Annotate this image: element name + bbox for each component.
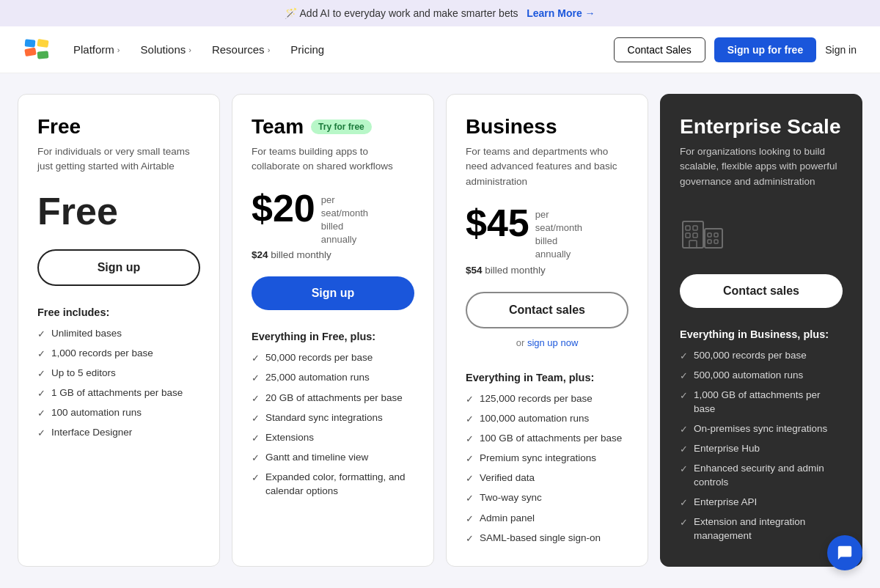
free-cta-button[interactable]: Sign up: [37, 249, 200, 286]
list-item: ✓Interface Designer: [37, 426, 200, 440]
business-features: Everything in Team, plus: ✓125,000 recor…: [466, 372, 628, 546]
list-item: ✓1,000 records per base: [37, 347, 200, 361]
svg-rect-6: [693, 226, 697, 230]
enterprise-cta-button[interactable]: Contact sales: [680, 274, 843, 308]
price-free: Free: [37, 189, 200, 233]
svg-rect-14: [714, 240, 718, 243]
banner-text: Add AI to everyday work and make smarter…: [300, 7, 518, 19]
banner-emoji: 🪄: [285, 7, 297, 19]
plan-desc-team: For teams building apps to collaborate o…: [252, 144, 414, 174]
price-monthly-business: $54 billed monthly: [466, 265, 628, 276]
top-banner: 🪄 Add AI to everyday work and make smart…: [0, 0, 880, 26]
enterprise-feature-list: ✓500,000 records per base ✓500,000 autom…: [680, 349, 843, 543]
list-item: ✓Enterprise Hub: [680, 442, 843, 456]
check-icon: ✓: [37, 427, 45, 440]
check-icon: ✓: [37, 407, 45, 420]
contact-sales-button[interactable]: Contact Sales: [614, 37, 705, 62]
check-icon: ✓: [466, 532, 474, 545]
list-item: ✓100 automation runs: [37, 406, 200, 420]
svg-rect-10: [705, 229, 722, 248]
list-item: ✓Up to 5 editors: [37, 367, 200, 381]
plan-desc-enterprise: For organizations looking to build scala…: [680, 144, 843, 189]
plan-name-enterprise: Enterprise Scale: [680, 115, 843, 139]
nav-platform[interactable]: Platform ›: [73, 43, 120, 56]
check-icon: ✓: [466, 452, 474, 466]
business-features-title: Everything in Team, plus:: [466, 372, 628, 383]
check-icon: ✓: [466, 492, 474, 505]
list-item: ✓Gantt and timeline view: [252, 451, 414, 465]
check-icon: ✓: [680, 496, 688, 510]
team-features-title: Everything in Free, plus:: [252, 331, 414, 342]
enterprise-building-icon: [680, 216, 843, 254]
plan-card-team: Team Try for free For teams building app…: [232, 94, 434, 567]
check-icon: ✓: [680, 463, 688, 476]
chat-button[interactable]: [827, 535, 862, 570]
list-item: ✓100,000 automation runs: [466, 412, 628, 426]
price-row-business: $45 perseat/monthbilledannually: [466, 204, 628, 262]
check-icon: ✓: [466, 512, 474, 526]
list-item: ✓Premium sync integrations: [466, 452, 628, 466]
svg-rect-3: [25, 39, 36, 47]
list-item: ✓20 GB of attachments per base: [252, 392, 414, 405]
price-label-business: perseat/monthbilledannually: [535, 204, 582, 262]
nav-actions: Contact Sales Sign up for free Sign in: [614, 37, 857, 62]
svg-rect-12: [714, 233, 718, 237]
signup-now-link[interactable]: sign up now: [527, 337, 578, 348]
list-item: ✓50,000 records per base: [252, 351, 414, 365]
check-icon: ✓: [37, 387, 45, 400]
check-icon: ✓: [252, 471, 260, 485]
check-icon: ✓: [252, 392, 260, 405]
signin-button[interactable]: Sign in: [825, 44, 857, 56]
nav-solutions[interactable]: Solutions ›: [141, 43, 191, 56]
check-icon: ✓: [37, 367, 45, 381]
check-icon: ✓: [680, 389, 688, 403]
check-icon: ✓: [680, 370, 688, 383]
price-team: $20: [252, 189, 315, 227]
list-item: ✓25,000 automation runs: [252, 371, 414, 385]
nav-pricing[interactable]: Pricing: [290, 43, 324, 56]
list-item: ✓1,000 GB of attachments per base: [680, 389, 843, 416]
price-label-team: perseat/monthbilledannually: [321, 189, 368, 247]
banner-link[interactable]: Learn More →: [527, 7, 595, 19]
plan-desc-business: For teams and departments who need advan…: [466, 144, 628, 189]
check-icon: ✓: [680, 516, 688, 529]
list-item: ✓Admin panel: [466, 512, 628, 526]
pricing-container: Free For individuals or very small teams…: [0, 73, 880, 587]
check-icon: ✓: [37, 348, 45, 361]
check-icon: ✓: [252, 452, 260, 465]
team-features: Everything in Free, plus: ✓50,000 record…: [252, 331, 414, 499]
list-item: ✓125,000 records per base: [466, 392, 628, 406]
svg-rect-13: [708, 240, 711, 243]
check-icon: ✓: [466, 433, 474, 446]
check-icon: ✓: [252, 412, 260, 425]
free-feature-list: ✓Unlimited bases ✓1,000 records per base…: [37, 327, 200, 441]
svg-rect-1: [37, 39, 48, 48]
list-item: ✓Unlimited bases: [37, 327, 200, 341]
list-item: ✓Two-way sync: [466, 491, 628, 505]
svg-rect-2: [37, 51, 49, 59]
team-cta-button[interactable]: Sign up: [252, 276, 414, 310]
list-item: ✓100 GB of attachments per base: [466, 432, 628, 446]
svg-rect-9: [689, 240, 697, 248]
or-signup-business: or sign up now: [466, 337, 628, 348]
list-item: ✓Extensions: [252, 431, 414, 445]
plan-card-enterprise: Enterprise Scale For organizations looki…: [660, 94, 862, 567]
logo[interactable]: [23, 37, 50, 63]
plan-name-free: Free: [37, 115, 200, 139]
svg-rect-0: [24, 47, 37, 56]
check-icon: ✓: [252, 432, 260, 445]
enterprise-features: Everything in Business, plus: ✓500,000 r…: [680, 328, 843, 543]
nav-resources[interactable]: Resources ›: [212, 43, 270, 56]
try-badge: Try for free: [311, 120, 372, 134]
resources-chevron-icon: ›: [268, 45, 271, 54]
list-item: ✓Verified data: [466, 471, 628, 485]
svg-rect-5: [686, 226, 690, 230]
list-item: ✓1 GB of attachments per base: [37, 386, 200, 400]
svg-rect-11: [708, 233, 711, 237]
check-icon: ✓: [466, 472, 474, 485]
business-cta-button[interactable]: Contact sales: [466, 292, 628, 328]
signup-nav-button[interactable]: Sign up for free: [714, 37, 816, 62]
list-item: ✓Extension and integration management: [680, 515, 843, 543]
check-icon: ✓: [37, 328, 45, 341]
list-item: ✓On-premises sync integrations: [680, 422, 843, 436]
